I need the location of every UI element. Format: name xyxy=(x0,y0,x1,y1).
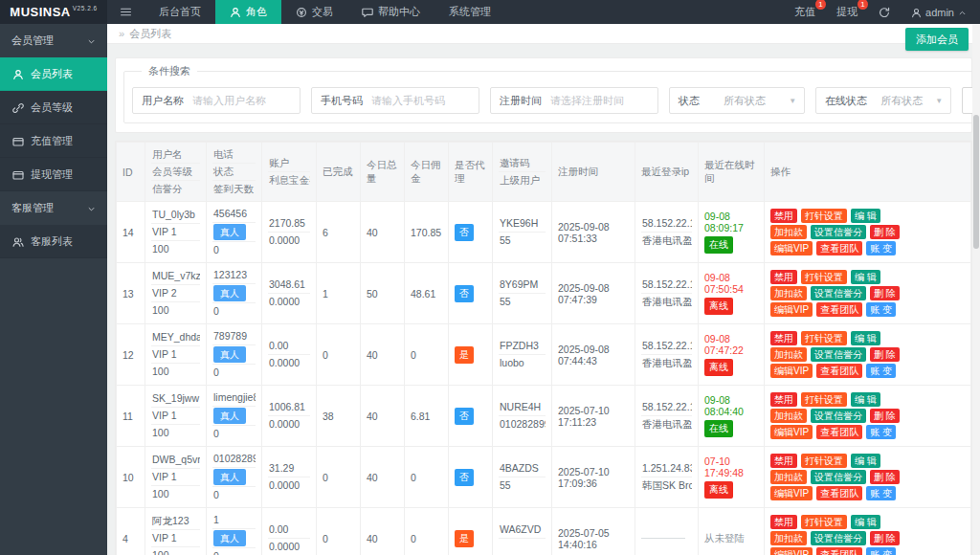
edit-button[interactable]: 编 辑 xyxy=(851,209,880,223)
delete-button[interactable]: 删 除 xyxy=(870,225,900,239)
search-legend: 条件搜索 xyxy=(142,64,197,78)
user-menu[interactable]: admin xyxy=(911,6,967,18)
set-credit-button[interactable]: 设置信誉分 xyxy=(811,470,866,484)
edit-vip-button[interactable]: 编辑VIP xyxy=(770,302,813,317)
recharge-button[interactable]: 充值 1 xyxy=(794,5,815,19)
cell-commission: 6.81 xyxy=(405,386,449,447)
delete-button[interactable]: 删 除 xyxy=(870,470,900,484)
edit-button[interactable]: 编 辑 xyxy=(851,515,880,529)
sidebar-section-header[interactable]: 会员管理 xyxy=(0,24,107,57)
edit-button[interactable]: 编 辑 xyxy=(851,392,880,407)
disable-button[interactable]: 禁用 xyxy=(770,209,797,223)
cell-actions: 禁用打针设置编 辑加扣款设置信誉分删 除编辑VIP查看团队账 变 xyxy=(765,263,971,324)
delete-button[interactable]: 删 除 xyxy=(870,531,900,545)
upline-user xyxy=(499,539,546,555)
set-credit-button[interactable]: 设置信誉分 xyxy=(811,409,866,423)
add-deduct-button[interactable]: 加扣款 xyxy=(770,470,807,484)
withdraw-label: 提现 xyxy=(836,6,858,17)
set-credit-button[interactable]: 设置信誉分 xyxy=(811,286,866,300)
sidebar-item[interactable]: 会员列表 xyxy=(0,57,107,91)
account-change-button[interactable]: 账 变 xyxy=(866,241,896,255)
disable-button[interactable]: 禁用 xyxy=(770,270,797,284)
inject-settings-button[interactable]: 打针设置 xyxy=(801,392,847,407)
field-label: 手机号码 xyxy=(312,94,371,108)
edit-button[interactable]: 编 辑 xyxy=(851,270,880,284)
nav-item-link[interactable]: 后台首页 xyxy=(145,0,215,24)
delete-button[interactable]: 删 除 xyxy=(870,347,900,362)
action-button-row: 编辑VIP查看团队账 变 xyxy=(770,241,965,255)
top-navbar: MUSINSA V25.2.6 后台首页角色交易帮助中心系统管理 充值 1 提现… xyxy=(0,0,980,24)
set-credit-button[interactable]: 设置信誉分 xyxy=(811,225,866,239)
edit-vip-button[interactable]: 编辑VIP xyxy=(770,547,813,555)
view-team-button[interactable]: 查看团队 xyxy=(816,486,862,500)
disable-button[interactable]: 禁用 xyxy=(770,515,797,529)
table-row: 14TU_0ly3bVIP 1100456456真人02170.850.0000… xyxy=(117,202,971,263)
view-team-button[interactable]: 查看团队 xyxy=(816,425,862,439)
column-header: 今日佣金 xyxy=(405,143,449,202)
disable-button[interactable]: 禁用 xyxy=(770,454,797,468)
nav-item-active[interactable]: 角色 xyxy=(215,0,281,24)
status-select[interactable]: 状态所有状态▼ xyxy=(669,87,805,114)
scrollbar-thumb[interactable] xyxy=(973,115,979,249)
edit-vip-button[interactable]: 编辑VIP xyxy=(770,241,813,255)
set-credit-button[interactable]: 设置信誉分 xyxy=(811,531,866,545)
add-deduct-button[interactable]: 加扣款 xyxy=(770,286,807,300)
edit-vip-button[interactable]: 编辑VIP xyxy=(770,364,813,378)
inject-settings-button[interactable]: 打针设置 xyxy=(801,454,847,468)
account-change-button[interactable]: 账 变 xyxy=(866,425,896,439)
view-team-button[interactable]: 查看团队 xyxy=(816,241,862,255)
view-team-button[interactable]: 查看团队 xyxy=(816,547,862,555)
sidebar-item[interactable]: 充值管理 xyxy=(0,124,107,158)
sidebar-item[interactable]: 客服列表 xyxy=(0,225,107,258)
add-member-button[interactable]: 添加会员 xyxy=(905,28,969,51)
delete-button[interactable]: 删 除 xyxy=(870,409,900,423)
stack-line: 签到天数 xyxy=(212,181,256,197)
inject-settings-button[interactable]: 打针设置 xyxy=(801,515,847,529)
disable-button[interactable]: 禁用 xyxy=(770,392,797,407)
add-deduct-button[interactable]: 加扣款 xyxy=(770,531,807,545)
cell-agent: 否 xyxy=(449,386,493,447)
withdraw-button[interactable]: 提现 1 xyxy=(836,5,858,19)
account-change-button[interactable]: 账 变 xyxy=(866,486,896,500)
view-team-button[interactable]: 查看团队 xyxy=(816,302,862,317)
add-deduct-button[interactable]: 加扣款 xyxy=(770,409,807,423)
account-change-button[interactable]: 账 变 xyxy=(866,547,896,555)
nav-item-label: 系统管理 xyxy=(449,5,491,19)
cell-last-online: 07-10 17:49:48离线 xyxy=(699,447,765,508)
refresh-icon[interactable] xyxy=(879,7,890,18)
username-field[interactable] xyxy=(192,95,300,106)
phone-field[interactable] xyxy=(371,95,479,106)
add-deduct-button[interactable]: 加扣款 xyxy=(770,225,807,239)
delete-button[interactable]: 删 除 xyxy=(870,286,900,300)
cell-regtime: 2025-07-10 17:09:36 xyxy=(552,447,635,508)
edit-button[interactable]: 编 辑 xyxy=(851,331,880,345)
inject-settings-button[interactable]: 打针设置 xyxy=(801,270,847,284)
sidebar-section-header[interactable]: 客服管理 xyxy=(0,191,107,225)
username: MEY_dhdam xyxy=(151,329,200,346)
inject-settings-button[interactable]: 打针设置 xyxy=(801,209,847,223)
nav-item-link[interactable]: 交易 xyxy=(281,0,347,24)
cell-regtime: 2025-09-08 07:51:33 xyxy=(552,202,635,263)
edit-button[interactable]: 编 辑 xyxy=(851,454,880,468)
edit-vip-button[interactable]: 编辑VIP xyxy=(770,425,813,439)
add-deduct-button[interactable]: 加扣款 xyxy=(770,347,807,362)
view-team-button[interactable]: 查看团队 xyxy=(816,364,862,378)
edit-vip-button[interactable]: 编辑VIP xyxy=(770,486,813,500)
cell-invite: WA6ZVD xyxy=(493,508,552,555)
lixibao-amount: 0.0000 xyxy=(268,233,310,249)
nav-item-link[interactable]: 系统管理 xyxy=(434,0,505,24)
disable-button[interactable]: 禁用 xyxy=(770,331,797,345)
account-change-button[interactable]: 账 变 xyxy=(866,302,896,317)
sidebar-item[interactable]: 提现管理 xyxy=(0,158,107,191)
inject-settings-button[interactable]: 打针设置 xyxy=(801,331,847,345)
set-credit-button[interactable]: 设置信誉分 xyxy=(811,347,866,362)
cell-ip: 58.152.22.191香港电讯盈科有限 xyxy=(635,324,699,386)
account-change-button[interactable]: 账 变 xyxy=(866,364,896,378)
sidebar-item-label: 会员列表 xyxy=(31,67,73,81)
hamburger-menu-icon[interactable] xyxy=(107,0,145,24)
nav-item-link[interactable]: 帮助中心 xyxy=(347,0,434,24)
sidebar-item[interactable]: 会员等级 xyxy=(0,91,107,124)
credit-score: 100 xyxy=(151,425,200,441)
online-select[interactable]: 在线状态所有状态▼ xyxy=(815,87,951,114)
regtime-field[interactable] xyxy=(550,95,657,106)
